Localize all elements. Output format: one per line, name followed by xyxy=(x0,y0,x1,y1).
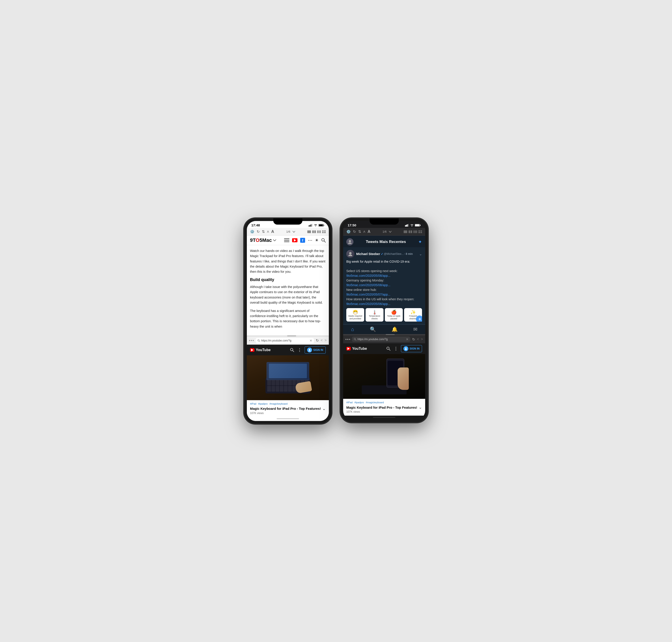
sort-icon-r[interactable]: ⇅ xyxy=(358,230,361,234)
grid-icon-r[interactable] xyxy=(418,230,422,233)
tweet-text: Big week for Apple retail in the COVID-1… xyxy=(346,259,422,306)
single-col-icon[interactable] xyxy=(307,230,311,233)
phone-left: 17:48 xyxy=(244,218,331,423)
svg-rect-8 xyxy=(307,230,311,233)
forward-icon[interactable]: > xyxy=(325,338,327,343)
svg-rect-42 xyxy=(418,230,420,232)
action-button[interactable] xyxy=(416,316,422,322)
browser-dots-right[interactable] xyxy=(345,339,350,340)
brightness-icon[interactable]: ☀ xyxy=(315,238,318,243)
settings-icon-r[interactable]: ⚙️ xyxy=(346,230,351,234)
sparkle-icon[interactable]: ✦ xyxy=(418,239,422,245)
twitter-header-title: Tweets Mais Recentes xyxy=(366,240,406,244)
tweet-expand-icon[interactable]: ⌄ xyxy=(419,252,422,256)
svg-rect-16 xyxy=(322,232,324,233)
svg-rect-14 xyxy=(322,230,324,232)
home-bar-right xyxy=(343,415,425,420)
svg-point-47 xyxy=(349,252,352,255)
two-col-icon[interactable] xyxy=(312,230,316,233)
text-small-icon[interactable]: A xyxy=(267,230,269,233)
page-indicator-left: 1/6 xyxy=(286,230,290,233)
tag-magickeyboard-r: #magickeyboard xyxy=(366,401,384,404)
refresh-icon-r[interactable]: ↻ xyxy=(353,230,356,234)
video-tags-left: #iPad #ipadpro #magickeyboard xyxy=(250,402,326,405)
yt-actions-left: ⋮ SIGN IN xyxy=(290,346,326,354)
twitter-self-avatar[interactable] xyxy=(346,238,354,245)
text-large-icon[interactable]: A xyxy=(271,229,274,234)
settings-icon[interactable]: ⚙️ xyxy=(250,230,254,234)
expand-video-icon[interactable]: ⌄ xyxy=(322,406,326,411)
dot-3 xyxy=(253,340,254,341)
svg-point-21 xyxy=(322,239,324,241)
svg-rect-34 xyxy=(420,224,420,226)
article-content-left: Watch our hands-on video as I walk throu… xyxy=(247,245,329,335)
twitter-search-icon[interactable]: 🔍 xyxy=(370,326,376,332)
svg-point-48 xyxy=(354,338,356,340)
yt-name-right: YouTube xyxy=(352,347,367,351)
sort-icon[interactable]: ⇅ xyxy=(262,230,265,234)
store-card-masks: 😷 Masks required and provided xyxy=(346,308,364,322)
refresh-icon[interactable]: ↻ xyxy=(257,230,259,234)
tweet-avatar[interactable] xyxy=(346,250,354,258)
browser-bar-left[interactable]: https://m.youtube.com/?g ✕ ↻ < > xyxy=(247,336,329,345)
forward-icon-r[interactable]: > xyxy=(421,337,423,342)
status-icons-left xyxy=(309,224,324,227)
home-pill-left xyxy=(277,418,299,419)
two-col-icon-r[interactable] xyxy=(409,230,412,233)
single-col-icon-r[interactable] xyxy=(404,230,407,233)
back-icon[interactable]: < xyxy=(320,338,322,343)
yt-more-icon[interactable]: ⋮ xyxy=(297,348,302,352)
yt-search-icon-r[interactable] xyxy=(386,346,391,351)
hand-holding xyxy=(397,368,409,390)
youtube-icon[interactable] xyxy=(292,238,297,242)
three-col-icon-r[interactable] xyxy=(414,230,417,233)
svg-rect-10 xyxy=(314,230,316,233)
article-body2: The keyboard has a significant amount of… xyxy=(250,308,326,329)
svg-rect-11 xyxy=(317,230,318,233)
scroll-thumb-right xyxy=(386,334,395,335)
signal-icon-right xyxy=(405,224,409,227)
svg-rect-17 xyxy=(324,232,326,233)
url-bar-right[interactable]: https://m.youtube.com/?g ✕ xyxy=(352,336,410,342)
yt-more-icon-r[interactable]: ⋮ xyxy=(394,346,398,351)
home-pill-right xyxy=(373,417,395,418)
browser-dots[interactable] xyxy=(249,340,254,341)
more-icon[interactable]: ⋯ xyxy=(308,237,312,243)
yt-signin-right[interactable]: SIGN IN xyxy=(401,345,422,352)
text-large-icon-r[interactable]: A xyxy=(368,229,370,234)
tweet-card: Michael Steeber ✓ @MichaelStee... · 8 mi… xyxy=(343,247,425,324)
grid-icon[interactable] xyxy=(322,230,326,233)
video-views-right: 107K views xyxy=(346,410,422,413)
video-thumbnail-right[interactable] xyxy=(343,354,425,399)
yt-signin-left[interactable]: SIGN IN xyxy=(305,346,326,354)
video-thumbnail-left[interactable] xyxy=(247,355,329,400)
three-col-icon[interactable] xyxy=(317,230,321,233)
svg-line-22 xyxy=(324,241,326,242)
svg-rect-7 xyxy=(319,224,323,226)
facebook-icon[interactable]: f xyxy=(300,238,305,243)
twitter-home-icon[interactable]: ⌂ xyxy=(351,326,354,332)
twitter-bell-icon[interactable]: 🔔 xyxy=(392,326,397,332)
svg-rect-0 xyxy=(309,225,309,227)
reload-icon[interactable]: ↻ xyxy=(316,338,319,343)
url-clear-left[interactable]: ✕ xyxy=(309,339,312,342)
reload-icon-r[interactable]: ↻ xyxy=(412,337,415,342)
ipad-screen xyxy=(267,362,309,380)
menu-icon[interactable] xyxy=(284,238,289,242)
svg-point-52 xyxy=(405,348,407,349)
yt-search-icon[interactable] xyxy=(290,348,294,352)
svg-rect-40 xyxy=(415,230,416,233)
expand-video-icon-r[interactable]: ⌄ xyxy=(419,405,422,410)
url-bar-left[interactable]: https://m.youtube.com/?g ✕ xyxy=(256,338,314,343)
back-icon-r[interactable]: < xyxy=(417,337,419,342)
svg-point-32 xyxy=(412,226,412,227)
search-small-icon-r xyxy=(354,338,356,341)
search-icon-article[interactable] xyxy=(321,238,326,243)
signal-icon xyxy=(309,224,313,227)
view-icons-left xyxy=(307,230,326,233)
url-text-left: https://m.youtube.com/?g xyxy=(261,339,308,342)
twitter-mail-icon[interactable]: ✉ xyxy=(413,326,417,332)
url-clear-right[interactable]: ✕ xyxy=(406,337,409,341)
text-small-icon-r[interactable]: A xyxy=(363,230,365,233)
browser-bar-right[interactable]: https://m.youtube.com/?g ✕ ↻ < > xyxy=(343,335,425,343)
